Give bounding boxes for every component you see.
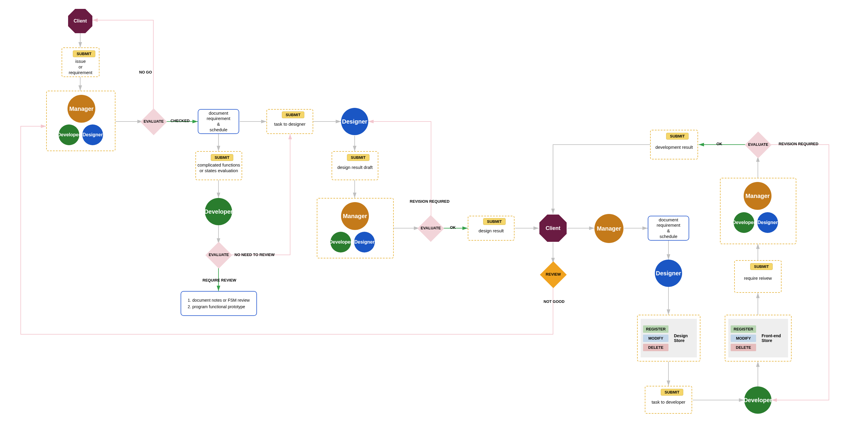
modify-btn-1[interactable]: MODIFY <box>643 334 669 342</box>
frontend-store-label: Front-end Store <box>758 333 788 343</box>
developer-circle-3: Developer <box>734 212 754 233</box>
design-store-label: Design Store <box>671 333 697 343</box>
task-to-developer-text: task to developer <box>647 400 690 405</box>
review-list-box: 1. document notes or FSM review 2. progr… <box>181 291 257 316</box>
manager-circle-solo: Manager <box>594 214 623 243</box>
submit-tag-4: SUBMIT <box>347 154 369 161</box>
designer-label: Designer <box>83 132 103 138</box>
submit-tag-6: SUBMIT <box>661 389 683 396</box>
manager-label: Manager <box>69 106 94 112</box>
flowchart-canvas: Client SUBMIT issue or requirement Manag… <box>0 0 868 438</box>
review-list: 1. document notes or FSM review 2. progr… <box>184 294 254 313</box>
client-node-2: Client <box>539 214 567 242</box>
client-label: Client <box>74 18 87 24</box>
designer-label-5: Designer <box>757 220 778 225</box>
submit-tag-1: SUBMIT <box>73 50 95 57</box>
designer-circle-solo: Designer <box>655 260 682 287</box>
designer-circle-3: Designer <box>757 212 778 233</box>
developer-circle-1: Developer <box>59 124 79 145</box>
developer-circle-mid: Developer <box>205 198 232 225</box>
designer-circle-1: Designer <box>82 124 103 145</box>
evaluate-diamond-1: EVALUATE <box>140 109 167 135</box>
review-list-item-2: 2. program functional prototype <box>188 303 250 310</box>
developer-label-4: Developer <box>744 397 772 404</box>
no-go-label: NO GO <box>139 70 152 75</box>
developer-label: Developer <box>57 132 80 138</box>
review-label: REVIEW <box>540 272 567 276</box>
manager-circle-2: Manager <box>341 202 369 230</box>
design-result-text: design result <box>469 228 513 234</box>
evaluate-diamond-2: EVALUATE <box>206 242 232 268</box>
revision-required-label-2: REVISION REQUIRED <box>779 142 818 146</box>
delete-btn-1[interactable]: DELETE <box>643 344 669 351</box>
task-to-designer-text: task to designer <box>268 121 311 127</box>
evaluate-diamond-4: EVALUATE <box>745 132 772 158</box>
issue-requirement-text: issue or requirement <box>64 59 97 75</box>
complicated-eval-text: complicated functions or states evaluati… <box>196 163 241 174</box>
design-store-inner: REGISTER MODIFY DELETE Design Store <box>641 319 697 357</box>
developer-label-3: Developer <box>329 239 352 245</box>
doc-req-schedule-1: document requirement & schedule <box>198 109 239 134</box>
manager-label-3: Manager <box>597 225 621 232</box>
designer-label-2: Designer <box>342 118 367 125</box>
frontend-store-inner: REGISTER MODIFY DELETE Front-end Store <box>728 319 788 357</box>
evaluate-label-4: EVALUATE <box>745 142 772 147</box>
register-btn-2[interactable]: REGISTER <box>731 325 756 333</box>
ok-label-1: OK <box>450 225 456 230</box>
designer-label-4: Designer <box>656 270 681 277</box>
revision-required-label-1: REVISION REQUIRED <box>410 199 450 204</box>
manager-circle-1: Manager <box>67 95 95 123</box>
submit-tag-7: SUBMIT <box>750 263 773 270</box>
development-result-text: development result <box>652 145 696 150</box>
manager-circle-3: Manager <box>744 182 772 210</box>
submit-tag-8: SUBMIT <box>666 133 689 140</box>
developer-label-2: Developer <box>204 208 233 215</box>
require-review-label: REQUIRE REVIEW <box>203 278 236 283</box>
no-need-review-label: NO NEED TO REVIEW <box>235 253 275 257</box>
designer-circle-mid: Designer <box>341 108 368 135</box>
ok-label-2: OK <box>716 142 722 146</box>
submit-tag-2: SUBMIT <box>211 154 233 161</box>
client-label-2: Client <box>546 225 560 231</box>
review-list-item-1: 1. document notes or FSM review <box>188 297 250 303</box>
review-diamond: REVIEW <box>540 261 567 288</box>
developer-label-5: Developer <box>733 220 755 225</box>
register-btn-1[interactable]: REGISTER <box>643 325 669 333</box>
client-node-1: Client <box>68 9 92 33</box>
designer-circle-2b: Designer <box>354 232 375 253</box>
evaluate-diamond-3: EVALUATE <box>417 215 444 242</box>
developer-circle-solo: Developer <box>744 386 772 414</box>
evaluate-label: EVALUATE <box>140 119 167 123</box>
delete-btn-2[interactable]: DELETE <box>731 344 756 351</box>
design-result-draft-text: design result draft <box>333 165 377 170</box>
manager-label-4: Manager <box>745 193 770 199</box>
submit-tag-3: SUBMIT <box>282 111 304 118</box>
modify-btn-2[interactable]: MODIFY <box>731 334 756 342</box>
evaluate-label-3: EVALUATE <box>417 226 444 230</box>
evaluate-label-2: EVALUATE <box>206 253 232 257</box>
not-good-label: NOT GOOD <box>544 299 564 304</box>
doc-req-schedule-2: document requirement & schedule <box>648 216 689 241</box>
manager-label-2: Manager <box>343 213 367 220</box>
developer-circle-2: Developer <box>330 232 351 253</box>
designer-label-3: Designer <box>354 239 374 245</box>
require-review-text: require reivew <box>736 275 780 281</box>
submit-tag-5: SUBMIT <box>483 218 506 225</box>
checked-label: CHECKED <box>170 119 189 123</box>
